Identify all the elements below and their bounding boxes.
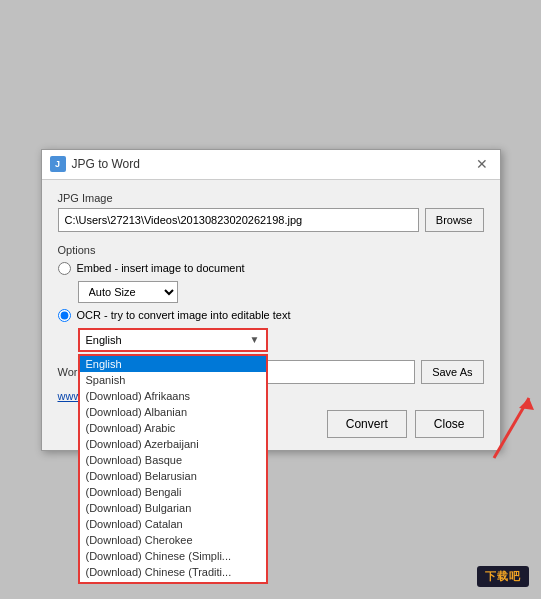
title-bar-left: J JPG to Word bbox=[50, 156, 140, 172]
language-select-box[interactable]: English ▼ bbox=[78, 328, 268, 352]
ocr-radio-row: OCR - try to convert image into editable… bbox=[58, 309, 484, 322]
window-title: JPG to Word bbox=[72, 157, 140, 171]
dropdown-item[interactable]: (Download) Croatian bbox=[80, 580, 266, 584]
jpg-image-row: Browse bbox=[58, 208, 484, 232]
auto-size-row: Auto Size bbox=[58, 281, 484, 309]
dropdown-item[interactable]: (Download) Cherokee bbox=[80, 532, 266, 548]
language-dropdown[interactable]: EnglishSpanish(Download) Afrikaans(Downl… bbox=[78, 354, 268, 584]
dropdown-item[interactable]: English bbox=[80, 356, 266, 372]
dropdown-item[interactable]: Spanish bbox=[80, 372, 266, 388]
ocr-radio[interactable] bbox=[58, 309, 71, 322]
dropdown-item[interactable]: (Download) Chinese (Traditi... bbox=[80, 564, 266, 580]
dropdown-item[interactable]: (Download) Bulgarian bbox=[80, 500, 266, 516]
dropdown-item[interactable]: (Download) Catalan bbox=[80, 516, 266, 532]
dropdown-item[interactable]: (Download) Belarusian bbox=[80, 468, 266, 484]
auto-size-select[interactable]: Auto Size bbox=[78, 281, 178, 303]
dropdown-item[interactable]: (Download) Bengali bbox=[80, 484, 266, 500]
dropdown-item[interactable]: (Download) Arabic bbox=[80, 420, 266, 436]
title-bar: J JPG to Word ✕ bbox=[42, 150, 500, 180]
window-content: JPG Image Browse Options Embed - insert … bbox=[42, 180, 500, 450]
window-close-button[interactable]: ✕ bbox=[472, 154, 492, 174]
dropdown-item[interactable]: (Download) Afrikaans bbox=[80, 388, 266, 404]
dropdown-item[interactable]: (Download) Azerbaijani bbox=[80, 436, 266, 452]
watermark: 下载吧 bbox=[477, 566, 529, 587]
embed-radio-row: Embed - insert image to document bbox=[58, 262, 484, 275]
options-label: Options bbox=[58, 244, 484, 256]
red-arrow-annotation bbox=[484, 388, 542, 468]
dropdown-item[interactable]: (Download) Chinese (Simpli... bbox=[80, 548, 266, 564]
embed-radio-label: Embed - insert image to document bbox=[77, 262, 245, 274]
browse-button[interactable]: Browse bbox=[425, 208, 484, 232]
embed-radio[interactable] bbox=[58, 262, 71, 275]
dropdown-item[interactable]: (Download) Albanian bbox=[80, 404, 266, 420]
language-section: English ▼ EnglishSpanish(Download) Afrik… bbox=[58, 328, 484, 352]
ocr-radio-label: OCR - try to convert image into editable… bbox=[77, 309, 291, 321]
selected-language: English bbox=[86, 334, 122, 346]
main-window: J JPG to Word ✕ JPG Image Browse Options… bbox=[41, 149, 501, 451]
jpg-image-label: JPG Image bbox=[58, 192, 484, 204]
convert-button[interactable]: Convert bbox=[327, 410, 407, 438]
close-action-button[interactable]: Close bbox=[415, 410, 484, 438]
dropdown-item[interactable]: (Download) Basque bbox=[80, 452, 266, 468]
save-as-button[interactable]: Save As bbox=[421, 360, 483, 384]
jpg-image-input[interactable] bbox=[58, 208, 419, 232]
dropdown-arrow-icon: ▼ bbox=[250, 334, 260, 345]
app-icon: J bbox=[50, 156, 66, 172]
